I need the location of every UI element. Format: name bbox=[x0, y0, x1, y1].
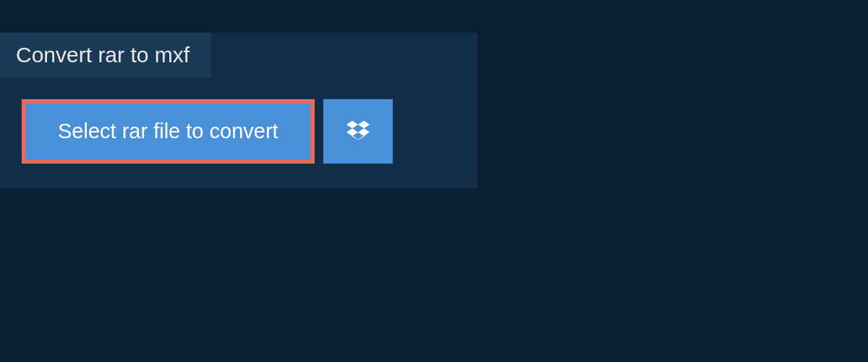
dropbox-button[interactable] bbox=[323, 99, 393, 164]
action-row: Select rar file to convert bbox=[0, 77, 477, 188]
converter-panel: Convert rar to mxf Select rar file to co… bbox=[0, 33, 477, 188]
select-file-button[interactable]: Select rar file to convert bbox=[22, 99, 315, 164]
tab-convert[interactable]: Convert rar to mxf bbox=[0, 33, 211, 77]
dropbox-icon bbox=[346, 119, 370, 145]
tab-title: Convert rar to mxf bbox=[16, 43, 190, 67]
select-file-label: Select rar file to convert bbox=[58, 121, 278, 142]
